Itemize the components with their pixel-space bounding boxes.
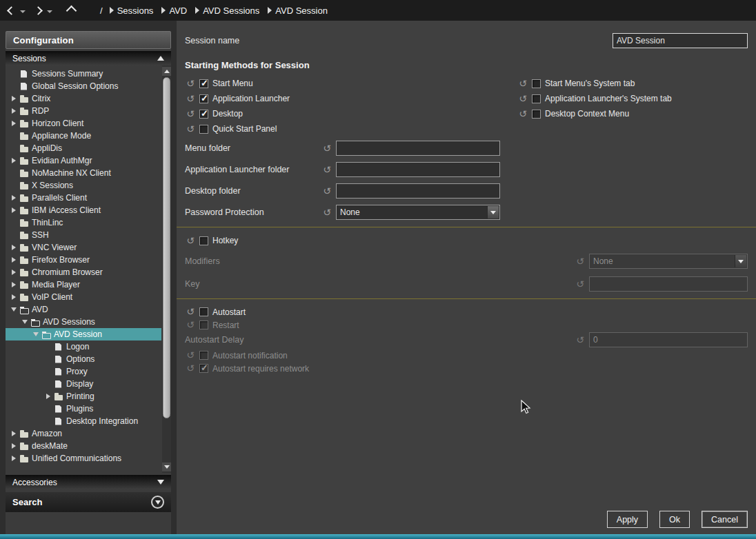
start-menu-system-tab-checkbox[interactable] bbox=[532, 79, 541, 88]
tree-item-citrix[interactable]: Citrix bbox=[6, 92, 161, 105]
desktop-context-menu-checkbox[interactable] bbox=[532, 110, 541, 119]
reset-icon[interactable] bbox=[321, 165, 332, 175]
application-launcher-checkbox[interactable] bbox=[199, 94, 208, 103]
tree-item-global-session-options[interactable]: Global Session Options bbox=[6, 80, 161, 92]
tree-item-sessions-summary[interactable]: Sessions Summary bbox=[6, 68, 161, 80]
desktop-checkbox[interactable] bbox=[199, 110, 208, 119]
tree-item-printing[interactable]: Printing bbox=[6, 390, 161, 403]
tree-item-avd-sessions[interactable]: AVD Sessions bbox=[6, 316, 161, 328]
tree-item-options[interactable]: Options bbox=[6, 353, 161, 365]
tree-item-amazon[interactable]: Amazon bbox=[6, 427, 161, 440]
autostart-checkbox[interactable] bbox=[199, 307, 208, 316]
expand-arrow-icon[interactable] bbox=[12, 431, 16, 436]
tree-item-thinlinc[interactable]: ThinLinc bbox=[6, 216, 161, 229]
expand-arrow-icon[interactable] bbox=[12, 257, 16, 263]
tree-item-avd[interactable]: AVD bbox=[6, 303, 161, 316]
tree-item-appliance-mode[interactable]: Appliance Mode bbox=[6, 130, 161, 142]
reset-icon[interactable] bbox=[185, 109, 196, 119]
tree-item-desktop-integration[interactable]: Desktop Integration bbox=[6, 415, 161, 427]
tree-scrollbar[interactable] bbox=[162, 65, 171, 473]
reset-icon[interactable] bbox=[185, 124, 196, 134]
expand-arrow-icon[interactable] bbox=[12, 108, 16, 114]
expand-arrow-icon[interactable] bbox=[12, 158, 16, 163]
password-protection-select[interactable]: None bbox=[336, 205, 500, 220]
tree-item-avd-session[interactable]: AVD Session bbox=[6, 328, 161, 340]
expand-arrow-icon[interactable] bbox=[12, 270, 16, 275]
sessions-section-header[interactable]: Sessions bbox=[6, 51, 171, 65]
collapse-arrow-icon[interactable] bbox=[11, 307, 17, 312]
session-name-input[interactable] bbox=[613, 33, 748, 48]
tree-item-applidis[interactable]: AppliDis bbox=[6, 142, 161, 154]
tree-item-evidian-authmgr[interactable]: Evidian AuthMgr bbox=[6, 154, 161, 167]
reset-icon[interactable] bbox=[517, 94, 528, 104]
tree-item-x-sessions[interactable]: X Sessions bbox=[6, 179, 161, 192]
reset-icon[interactable] bbox=[185, 320, 196, 330]
tree-item-plugins[interactable]: Plugins bbox=[6, 403, 161, 415]
accessories-section-header[interactable]: Accessories bbox=[6, 475, 171, 489]
expand-arrow-icon[interactable] bbox=[12, 207, 16, 213]
scroll-down-button[interactable] bbox=[162, 462, 171, 471]
forward-history-dropdown-icon[interactable] bbox=[47, 10, 52, 13]
reset-icon[interactable] bbox=[185, 94, 196, 104]
desktop-folder-input[interactable] bbox=[336, 183, 500, 199]
reset-icon[interactable] bbox=[575, 335, 586, 345]
hotkey-checkbox[interactable] bbox=[199, 236, 208, 245]
reset-icon[interactable] bbox=[185, 79, 196, 89]
tree-item-rdp[interactable]: RDP bbox=[6, 105, 161, 117]
breadcrumb-item-sessions[interactable]: Sessions bbox=[110, 6, 154, 16]
key-input[interactable] bbox=[589, 276, 748, 292]
reset-icon[interactable] bbox=[321, 143, 332, 154]
reset-icon[interactable] bbox=[185, 307, 196, 317]
scrollbar-thumb[interactable] bbox=[163, 77, 170, 418]
reset-icon[interactable] bbox=[575, 279, 586, 289]
autostart-notification-checkbox[interactable] bbox=[199, 351, 208, 360]
back-history-dropdown-icon[interactable] bbox=[20, 10, 26, 13]
up-button[interactable] bbox=[66, 6, 77, 16]
tree-item-nomachine-nx-client[interactable]: NoMachine NX Client bbox=[6, 167, 161, 179]
expand-arrow-icon[interactable] bbox=[12, 282, 16, 287]
tree-item-ibm-iaccess-client[interactable]: IBM iAccess Client bbox=[6, 204, 161, 216]
reset-icon[interactable] bbox=[185, 363, 196, 374]
reset-icon[interactable] bbox=[185, 350, 196, 360]
tree-item-ssh[interactable]: SSH bbox=[6, 229, 161, 241]
reset-icon[interactable] bbox=[517, 79, 528, 89]
autostart-delay-input[interactable] bbox=[589, 332, 748, 347]
quick-start-panel-checkbox[interactable] bbox=[199, 125, 208, 134]
breadcrumb-item-avd-sessions[interactable]: AVD Sessions bbox=[195, 6, 259, 16]
start-menu-checkbox[interactable] bbox=[199, 79, 208, 88]
tree-item-media-player[interactable]: Media Player bbox=[6, 278, 161, 291]
tree-item-parallels-client[interactable]: Parallels Client bbox=[6, 192, 161, 204]
tree-item-horizon-client[interactable]: Horizon Client bbox=[6, 117, 161, 130]
reset-icon[interactable] bbox=[517, 109, 528, 119]
cancel-button[interactable]: Cancel bbox=[702, 511, 748, 528]
expand-arrow-icon[interactable] bbox=[12, 195, 16, 201]
menu-folder-input[interactable] bbox=[336, 141, 500, 156]
tree-item-logon[interactable]: Logon bbox=[6, 340, 161, 353]
reset-icon[interactable] bbox=[185, 236, 196, 246]
expand-arrow-icon[interactable] bbox=[12, 443, 16, 449]
breadcrumb-item-avd[interactable]: AVD bbox=[161, 6, 187, 16]
tree-item-voip-client[interactable]: VoIP Client bbox=[6, 291, 161, 303]
tree-item-vnc-viewer[interactable]: VNC Viewer bbox=[6, 241, 161, 254]
expand-arrow-icon[interactable] bbox=[46, 394, 50, 399]
expand-arrow-icon[interactable] bbox=[12, 121, 16, 126]
forward-button[interactable] bbox=[34, 6, 43, 15]
search-expand-button[interactable] bbox=[151, 496, 164, 509]
tree-item-unified-communications[interactable]: Unified Communications bbox=[6, 452, 161, 465]
breadcrumb-item-avd-session[interactable]: AVD Session bbox=[268, 6, 328, 16]
collapse-arrow-icon[interactable] bbox=[22, 320, 28, 324]
tree-item-deskmate[interactable]: deskMate bbox=[6, 440, 161, 452]
tree-item-firefox-browser[interactable]: Firefox Browser bbox=[6, 254, 161, 266]
reset-icon[interactable] bbox=[321, 207, 332, 218]
restart-checkbox[interactable] bbox=[199, 321, 208, 329]
reset-icon[interactable] bbox=[321, 186, 332, 196]
expand-arrow-icon[interactable] bbox=[12, 245, 16, 250]
search-section-header[interactable]: Search bbox=[6, 492, 171, 512]
application-launcher-folder-input[interactable] bbox=[336, 162, 500, 177]
modifiers-select[interactable]: None bbox=[589, 254, 748, 269]
dropdown-arrow-button[interactable] bbox=[735, 255, 746, 267]
dropdown-arrow-button[interactable] bbox=[487, 206, 499, 218]
tree-item-proxy[interactable]: Proxy bbox=[6, 365, 161, 378]
reset-icon[interactable] bbox=[575, 256, 586, 267]
breadcrumb-root[interactable]: / bbox=[100, 6, 103, 16]
